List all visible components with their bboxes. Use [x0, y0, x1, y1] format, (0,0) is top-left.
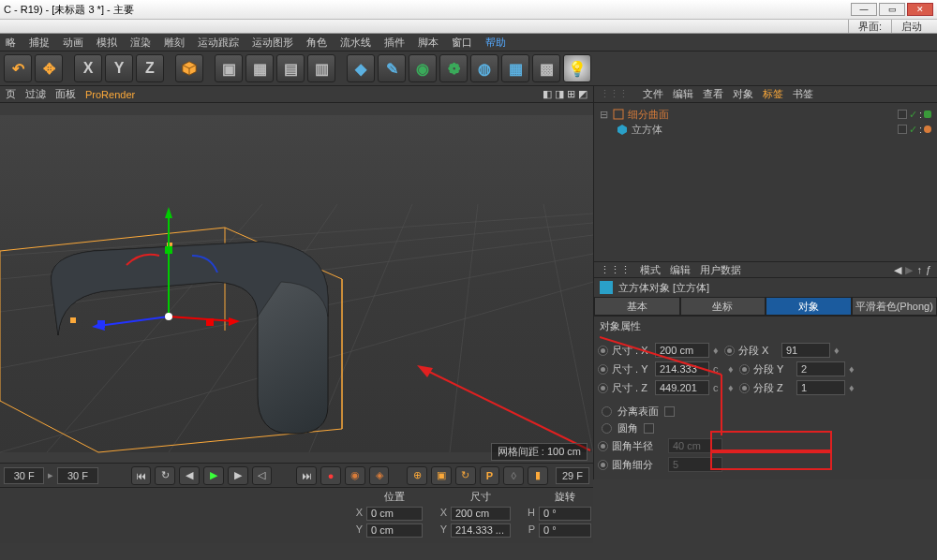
nav-up-icon[interactable]: ↑ [916, 264, 922, 276]
next-frame-button[interactable]: ▶ [228, 466, 248, 485]
menu-item[interactable]: 角色 [306, 36, 327, 50]
cube-primitive-button[interactable] [175, 54, 203, 82]
menu-item[interactable]: 运动跟踪 [198, 36, 239, 50]
object-tree[interactable]: ⊟ 细分曲面 ✓: 立方体 ✓: [594, 103, 937, 261]
environment-button[interactable]: ◍ [470, 54, 498, 82]
record-button[interactable]: ● [320, 466, 341, 485]
menu-item[interactable]: 捕捉 [29, 36, 50, 50]
menu-item[interactable]: 略 [6, 36, 16, 50]
frame-end-input[interactable]: 30 F [57, 467, 97, 484]
move-tool[interactable]: ✥ [35, 54, 63, 82]
menu-item[interactable]: 渲染 [130, 36, 151, 50]
loop-button[interactable]: ↻ [155, 466, 175, 485]
attr-tab-coord[interactable]: 坐标 [680, 297, 766, 316]
picture-viewer-button[interactable]: ▤ [276, 54, 305, 82]
anim-dot[interactable] [739, 364, 750, 375]
menu-item[interactable]: 窗口 [452, 36, 472, 50]
tree-item-cube[interactable]: 立方体 ✓: [600, 122, 931, 137]
current-frame-input[interactable]: 29 F [556, 467, 589, 484]
minimize-button[interactable]: — [851, 3, 877, 16]
anim-dot[interactable] [598, 364, 608, 375]
menu-item[interactable]: 运动图形 [252, 36, 293, 50]
key-pos-button[interactable]: ⊕ [407, 466, 427, 485]
primitive-button[interactable]: ◆ [347, 54, 375, 82]
key-rot-button[interactable]: ↻ [455, 466, 476, 485]
goto-start-button[interactable]: ⏮ [131, 466, 152, 485]
axis-x-button[interactable]: X [74, 54, 102, 82]
view-icon[interactable]: ◧ [543, 88, 552, 100]
deformer-button[interactable]: ❁ [439, 54, 468, 82]
goto-end-button[interactable]: ⏭ [296, 466, 317, 485]
render-settings-button[interactable]: ▥ [307, 54, 335, 82]
seg-y-input[interactable]: 2 [796, 361, 845, 376]
view-tab-prorender[interactable]: ProRender [85, 89, 135, 100]
menu-item[interactable]: 插件 [384, 36, 405, 50]
rot-h-input[interactable]: 0 ° [539, 507, 591, 521]
tree-item-subdivision[interactable]: ⊟ 细分曲面 ✓: [600, 107, 931, 122]
fn-icon[interactable]: ƒ [926, 264, 931, 276]
menu-item[interactable]: 帮助 [485, 36, 506, 50]
size-x-input[interactable]: 200 cm [451, 507, 511, 521]
anim-dot[interactable] [724, 346, 735, 356]
attr-tab[interactable]: 用户数据 [700, 263, 741, 277]
render-region-button[interactable]: ▦ [245, 54, 274, 82]
play-button[interactable]: ▶ [203, 466, 224, 485]
autokey-button[interactable]: ◉ [345, 466, 365, 485]
menu-item[interactable]: 模拟 [97, 36, 117, 50]
spline-button[interactable]: ✎ [378, 54, 406, 82]
size-z-input[interactable]: 449.201 [655, 380, 709, 395]
view-icon[interactable]: ⊞ [567, 88, 575, 100]
key-button[interactable]: ◈ [369, 466, 390, 485]
menu-item[interactable]: 脚本 [418, 36, 439, 50]
anim-dot[interactable] [739, 383, 750, 393]
objmgr-tab[interactable]: 对象 [733, 87, 753, 101]
light-button[interactable]: ▩ [532, 54, 560, 82]
camera-button[interactable]: ▦ [501, 54, 529, 82]
seg-z-input[interactable]: 1 [796, 380, 845, 395]
view-tab[interactable]: 面板 [55, 87, 76, 101]
size-y-input[interactable]: 214.333 [655, 361, 709, 376]
grip-icon[interactable]: ⋮⋮⋮ [600, 88, 628, 100]
axis-z-button[interactable]: Z [136, 54, 164, 82]
attr-tab-object[interactable]: 对象 [766, 297, 852, 316]
film-button[interactable]: ▮ [528, 466, 548, 485]
size-y-input[interactable]: 214.333 ... [451, 523, 511, 538]
seg-x-input[interactable]: 91 [781, 343, 830, 358]
generator-button[interactable]: ◉ [409, 54, 437, 82]
layout-startup[interactable]: 启动 [891, 20, 931, 33]
fillet-checkbox[interactable] [644, 423, 654, 434]
objmgr-tab[interactable]: 查看 [703, 87, 723, 101]
separate-surface-checkbox[interactable] [664, 406, 675, 417]
size-x-input[interactable]: 200 cm [655, 343, 709, 358]
objmgr-tab[interactable]: 标签 [763, 87, 783, 101]
view-icon[interactable]: ◩ [578, 88, 587, 100]
perspective-viewport[interactable]: 网格间距 : 100 cm [0, 103, 593, 464]
menu-item[interactable]: 流水线 [340, 36, 371, 50]
prev-key-button[interactable]: ◁ [252, 466, 273, 485]
anim-dot[interactable] [602, 423, 612, 434]
objmgr-tab[interactable]: 书签 [793, 87, 813, 101]
key-scale-button[interactable]: ▣ [431, 466, 452, 485]
close-button[interactable]: ✕ [907, 3, 933, 16]
menu-item[interactable]: 动画 [63, 36, 83, 50]
nav-back-icon[interactable]: ◀ [894, 264, 901, 276]
attr-tab-basic[interactable]: 基本 [594, 297, 680, 316]
menu-item[interactable]: 雕刻 [164, 36, 185, 50]
grip-icon[interactable]: ⋮⋮⋮ [600, 264, 631, 276]
play-range-icon[interactable]: ▸ [48, 469, 53, 481]
anim-dot[interactable] [598, 346, 608, 356]
attr-tab[interactable]: 模式 [640, 263, 661, 277]
objmgr-tab[interactable]: 编辑 [673, 87, 693, 101]
view-icon[interactable]: ◨ [555, 88, 564, 100]
view-tab[interactable]: 页 [6, 87, 16, 101]
pos-x-input[interactable]: 0 cm [366, 507, 423, 521]
key-pla-button[interactable]: ◊ [503, 466, 524, 485]
maximize-button[interactable]: ▭ [879, 3, 905, 16]
undo-button[interactable]: ↶ [4, 54, 32, 82]
rot-p-input[interactable]: 0 ° [539, 523, 591, 538]
render-view-button[interactable]: ▣ [215, 54, 243, 82]
pos-y-input[interactable]: 0 cm [366, 523, 423, 538]
attr-tab-phong[interactable]: 平滑着色(Phong) [852, 297, 938, 316]
axis-y-button[interactable]: Y [105, 54, 133, 82]
key-param-button[interactable]: P [480, 466, 500, 485]
